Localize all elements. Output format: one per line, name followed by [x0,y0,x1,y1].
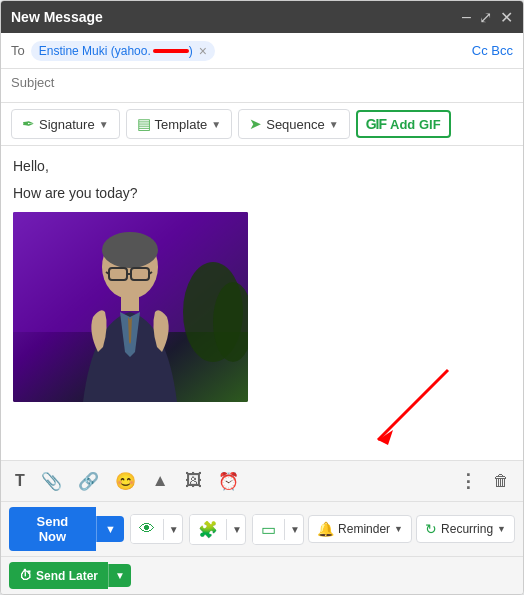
signature-icon: ✒ [22,115,35,133]
template-label: Template [155,117,208,132]
image-button[interactable]: 🖼 [181,468,206,494]
gif-label: GIF [366,116,386,132]
schedule-button[interactable]: ⏰ [214,468,243,495]
gif-image [13,212,248,402]
red-arrow-svg [348,365,468,455]
subject-input[interactable] [11,75,513,90]
puzzle-dropdown-button[interactable]: ▼ [226,519,246,540]
emoji-button[interactable]: 😊 [111,468,140,495]
send-later-row: ⏱ Send Later ▼ [1,556,523,594]
reminder-bell-icon: 🔔 [317,521,334,537]
close-icon[interactable]: ✕ [500,8,513,27]
recurring-button[interactable]: ↻ Recurring ▼ [416,515,515,543]
send-later-button[interactable]: ⏱ Send Later [9,562,108,589]
svg-point-5 [102,232,158,268]
compose-body[interactable]: Hello, How are you today? [1,146,523,460]
minimize-icon[interactable]: – [462,8,471,26]
link-button[interactable]: 🔗 [74,468,103,495]
send-later-group: ⏱ Send Later ▼ [9,562,131,589]
text-format-button[interactable]: T [11,469,29,493]
rect-group: ▭ ▼ [252,514,304,545]
add-gif-button[interactable]: GIF Add GIF [356,110,451,138]
compose-toolbar: ✒ Signature ▼ ▤ Template ▼ ➤ Sequence ▼ … [1,103,523,146]
eye-dropdown-button[interactable]: ▼ [163,519,183,540]
send-later-clock-icon: ⏱ [19,568,32,583]
delete-button[interactable]: 🗑 [489,469,513,493]
reminder-label: Reminder [338,522,390,536]
title-bar: New Message – ⤢ ✕ [1,1,523,33]
expand-icon[interactable]: ⤢ [479,8,492,27]
svg-line-12 [378,370,448,440]
template-dropdown-icon: ▼ [211,119,221,130]
rect-button[interactable]: ▭ [253,515,284,544]
subject-row [1,69,523,103]
template-icon: ▤ [137,115,151,133]
svg-rect-11 [121,296,139,311]
recipient-tag: Enstine Muki (yahoo.) × [31,41,215,61]
add-gif-label: Add GIF [390,117,441,132]
send-later-label: Send Later [36,569,98,583]
gif-svg [13,212,248,402]
puzzle-group: 🧩 ▼ [189,514,246,545]
send-now-button[interactable]: Send Now [9,507,96,551]
send-later-dropdown-button[interactable]: ▼ [108,564,131,587]
bottom-toolbar-2: Send Now ▼ 👁 ▼ 🧩 ▼ ▭ ▼ 🔔 Reminder ▼ ↻ Re… [1,501,523,556]
send-now-dropdown-button[interactable]: ▼ [96,516,124,542]
sequence-dropdown-icon: ▼ [329,119,339,130]
to-row: To Enstine Muki (yahoo.) × Cc Bcc [1,33,523,69]
sequence-button[interactable]: ➤ Sequence ▼ [238,109,349,139]
cc-bcc-button[interactable]: Cc Bcc [472,43,513,58]
compose-window: New Message – ⤢ ✕ To Enstine Muki (yahoo… [0,0,524,595]
reminder-button[interactable]: 🔔 Reminder ▼ [308,515,412,543]
recurring-label: Recurring [441,522,493,536]
send-now-group: Send Now ▼ [9,507,124,551]
recipient-name: Enstine Muki (yahoo.) [39,44,193,58]
reminder-dropdown-icon: ▼ [394,524,403,534]
compose-text-line2: How are you today? [13,183,511,204]
to-label: To [11,43,25,58]
sequence-label: Sequence [266,117,325,132]
recipient-remove-button[interactable]: × [199,43,207,59]
signature-button[interactable]: ✒ Signature ▼ [11,109,120,139]
recurring-dropdown-icon: ▼ [497,524,506,534]
sequence-icon: ➤ [249,115,262,133]
rect-dropdown-button[interactable]: ▼ [284,519,304,540]
eye-button[interactable]: 👁 [131,515,163,543]
window-controls: – ⤢ ✕ [462,8,513,27]
recurring-icon: ↻ [425,521,437,537]
compose-text-line1: Hello, [13,156,511,177]
window-title: New Message [11,9,103,25]
drive-button[interactable]: ▲ [148,468,173,494]
attachment-button[interactable]: 📎 [37,468,66,495]
bottom-toolbar-1: T 📎 🔗 😊 ▲ 🖼 ⏰ ⋮ 🗑 [1,460,523,501]
more-options-button[interactable]: ⋮ [455,467,481,495]
svg-marker-13 [378,430,393,445]
template-button[interactable]: ▤ Template ▼ [126,109,233,139]
signature-label: Signature [39,117,95,132]
signature-dropdown-icon: ▼ [99,119,109,130]
puzzle-button[interactable]: 🧩 [190,515,226,544]
eye-group: 👁 ▼ [130,514,183,544]
